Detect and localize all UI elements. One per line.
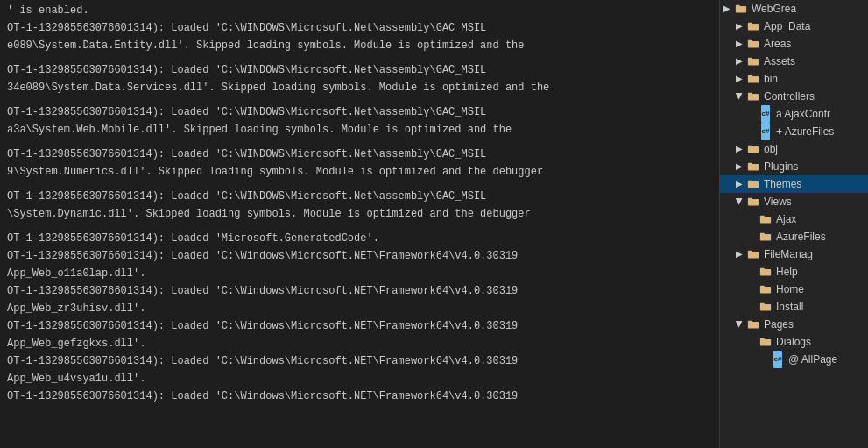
tree-arrow-icon[interactable]	[745, 282, 759, 296]
tree-item-label: Install	[776, 298, 803, 316]
log-line: App_Web_zr3uhisv.dll'.	[0, 300, 719, 317]
tree-arrow-icon[interactable]: ▶	[732, 89, 746, 103]
tree-arrow-icon[interactable]	[745, 230, 759, 244]
tree-item-label: Help	[776, 263, 798, 281]
log-line: OT-1-132985563076601314): Loaded 'C:\WIN…	[0, 19, 719, 37]
tree-arrow-icon[interactable]: ▶	[732, 317, 746, 331]
log-line	[0, 181, 719, 188]
csharp-file-icon: c#	[759, 124, 773, 139]
tree-item-label: Themes	[764, 175, 801, 193]
tree-arrow-icon[interactable]: ▶	[720, 2, 734, 16]
folder-icon	[746, 317, 760, 331]
folder-icon	[746, 54, 760, 68]
tree-arrow-icon[interactable]	[757, 352, 771, 366]
log-line: OT-1-132985563076601314): Loaded 'C:\WIN…	[0, 103, 719, 121]
tree-arrow-icon[interactable]: ▶	[732, 142, 746, 156]
folder-icon	[746, 160, 760, 174]
log-line: App_Web_o11a0lap.dll'.	[0, 265, 719, 282]
log-line: e089\System.Data.Entity.dll'. Skipped lo…	[0, 37, 719, 54]
folder-icon	[746, 19, 760, 33]
tree-item-label: a AjaxContr	[776, 105, 830, 123]
tree-arrow-icon[interactable]: ▶	[732, 247, 746, 261]
log-line: OT-1-132985563076601314): Loaded 'C:\WIN…	[0, 61, 719, 79]
tree-item-label: WebGrea	[752, 0, 796, 18]
tree-item-allpage[interactable]: c#@ AllPage	[720, 351, 868, 368]
tree-item-azurefiles[interactable]: AzureFiles	[720, 228, 868, 245]
log-line: OT-1-132985563076601314): Loaded 'C:\Win…	[0, 282, 719, 300]
csharp-file-icon: c#	[759, 107, 773, 121]
tree-item-dialogs[interactable]: Dialogs	[720, 333, 868, 351]
tree-item-label: Home	[776, 281, 804, 298]
tree-item-webgrea[interactable]: ▶ WebGrea	[720, 0, 868, 18]
tree-item-views[interactable]: ▶ Views	[720, 193, 868, 210]
log-line: 9\System.Numerics.dll'. Skipped loading …	[0, 163, 719, 181]
folder-icon	[746, 195, 760, 209]
folder-icon	[734, 2, 748, 16]
tree-item-areas[interactable]: ▶ Areas	[720, 35, 868, 53]
solution-explorer-tree[interactable]: ▶ WebGrea▶ App_Data▶ Areas▶ Assets▶ bin▶…	[719, 0, 868, 448]
folder-icon	[746, 177, 760, 191]
log-line	[0, 96, 719, 103]
tree-item-label: Ajax	[776, 210, 796, 228]
tree-arrow-icon[interactable]: ▶	[732, 37, 746, 51]
log-line: OT-1-132985563076601314): Loaded 'C:\Win…	[0, 352, 719, 370]
log-line: 34e089\System.Data.Services.dll'. Skippe…	[0, 79, 719, 96]
tree-item-label: Pages	[764, 316, 794, 333]
log-line	[0, 54, 719, 61]
log-line: OT-1-132985563076601314): Loaded 'C:\Win…	[0, 317, 719, 335]
log-line: OT-1-132985563076601314): Loaded 'C:\Win…	[0, 388, 719, 405]
tree-item-label: FileManag	[764, 245, 813, 263]
tree-arrow-icon[interactable]	[745, 300, 759, 314]
folder-icon	[759, 230, 773, 244]
log-line	[0, 139, 719, 146]
csharp-file-icon: c#	[771, 352, 785, 366]
tree-item-obj[interactable]: ▶ obj	[720, 140, 868, 158]
tree-item-bin[interactable]: ▶ bin	[720, 70, 868, 88]
log-line: ' is enabled.	[0, 2, 719, 19]
tree-item-themes[interactable]: ▶ Themes	[720, 175, 868, 193]
tree-item-azurefiles[interactable]: c#+ AzureFiles	[720, 123, 868, 140]
tree-arrow-icon[interactable]	[745, 212, 759, 226]
log-panel: ' is enabled.OT-1-132985563076601314): L…	[0, 0, 719, 448]
tree-item-label: AzureFiles	[776, 228, 826, 245]
folder-icon	[759, 335, 773, 349]
tree-arrow-icon[interactable]	[745, 107, 759, 121]
log-line: OT-1-132985563076601314): Loaded 'Micros…	[0, 230, 719, 247]
tree-item-ajax[interactable]: Ajax	[720, 210, 868, 228]
folder-icon	[746, 142, 760, 156]
tree-item-label: Areas	[764, 35, 791, 53]
tree-item-assets[interactable]: ▶ Assets	[720, 53, 868, 70]
tree-item-plugins[interactable]: ▶ Plugins	[720, 158, 868, 175]
tree-item-filemanag[interactable]: ▶ FileManag	[720, 245, 868, 263]
tree-item-help[interactable]: Help	[720, 263, 868, 281]
tree-item-app_data[interactable]: ▶ App_Data	[720, 18, 868, 35]
tree-item-label: obj	[764, 140, 778, 158]
tree-item-label: @ AllPage	[788, 351, 837, 368]
log-line: a3a\System.Web.Mobile.dll'. Skipped load…	[0, 121, 719, 139]
tree-arrow-icon[interactable]: ▶	[732, 160, 746, 174]
folder-icon	[746, 247, 760, 261]
tree-arrow-icon[interactable]: ▶	[732, 72, 746, 86]
log-line	[0, 223, 719, 230]
log-line: OT-1-132985563076601314): Loaded 'C:\Win…	[0, 247, 719, 265]
tree-arrow-icon[interactable]: ▶	[732, 54, 746, 68]
tree-arrow-icon[interactable]	[745, 265, 759, 279]
folder-icon	[746, 72, 760, 86]
tree-arrow-icon[interactable]	[745, 124, 759, 139]
tree-arrow-icon[interactable]: ▶	[732, 195, 746, 209]
folder-icon	[759, 300, 773, 314]
tree-item-label: + AzureFiles	[776, 123, 834, 140]
tree-item-label: Dialogs	[776, 333, 811, 351]
folder-icon	[759, 212, 773, 226]
tree-arrow-icon[interactable]: ▶	[732, 177, 746, 191]
tree-item-home[interactable]: Home	[720, 281, 868, 298]
tree-arrow-icon[interactable]	[745, 335, 759, 349]
tree-arrow-icon[interactable]: ▶	[732, 19, 746, 33]
folder-icon	[759, 282, 773, 296]
tree-item-install[interactable]: Install	[720, 298, 868, 316]
tree-item-ajaxcontr[interactable]: c#a AjaxContr	[720, 105, 868, 123]
tree-item-pages[interactable]: ▶ Pages	[720, 316, 868, 333]
folder-icon	[746, 89, 760, 103]
folder-icon	[759, 265, 773, 279]
tree-item-controllers[interactable]: ▶ Controllers	[720, 88, 868, 105]
